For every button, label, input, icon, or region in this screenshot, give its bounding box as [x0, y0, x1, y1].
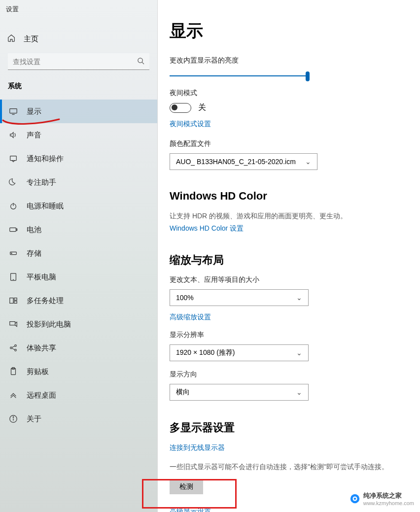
project-icon: [9, 320, 18, 329]
night-mode-settings-link[interactable]: 夜间模式设置: [170, 120, 211, 129]
watermark: 纯净系统之家 www.kzmyhome.com: [350, 491, 414, 506]
clipboard-icon: [9, 367, 18, 376]
watermark-title: 纯净系统之家: [363, 491, 414, 500]
sidebar-item-display[interactable]: 显示: [0, 100, 157, 123]
remote-icon: [9, 391, 18, 400]
svg-point-29: [353, 498, 356, 500]
multitask-icon: [9, 296, 18, 305]
nav-label: 专注助手: [27, 178, 56, 187]
svg-line-20: [12, 346, 14, 347]
watermark-url: www.kzmyhome.com: [363, 500, 414, 506]
advanced-scale-link[interactable]: 高级缩放设置: [170, 313, 211, 322]
svg-rect-8: [16, 229, 17, 231]
scale-label: 更改文本、应用等项目的大小: [170, 275, 405, 284]
home-icon: [7, 34, 16, 44]
resolution-label: 显示分辨率: [170, 331, 405, 340]
sidebar-item-storage[interactable]: 存储: [0, 241, 157, 265]
nav-label: 多任务处理: [27, 296, 64, 306]
storage-icon: [9, 249, 18, 258]
detect-button[interactable]: 检测: [170, 479, 203, 494]
scale-title: 缩放与布局: [170, 253, 405, 268]
sidebar-item-remote[interactable]: 远程桌面: [0, 383, 157, 407]
multi-display-desc: 一些旧式显示器可能不会进行自动连接，选择"检测"即可尝试手动连接。: [170, 461, 405, 472]
chevron-down-icon: ⌄: [296, 349, 302, 357]
svg-rect-7: [10, 228, 16, 231]
sidebar-section: 系统: [0, 70, 157, 95]
slider-thumb[interactable]: [306, 71, 310, 81]
svg-rect-2: [10, 109, 17, 113]
svg-rect-13: [10, 298, 13, 304]
sidebar-item-focus[interactable]: 专注助手: [0, 171, 157, 194]
brightness-slider[interactable]: [170, 70, 310, 82]
nav-label: 电池: [27, 225, 41, 235]
night-mode-state: 关: [198, 102, 206, 113]
chevron-down-icon: ⌄: [305, 158, 311, 166]
display-icon: [9, 107, 18, 116]
multi-display-title: 多显示器设置: [170, 420, 405, 435]
tablet-icon: [9, 273, 18, 281]
sidebar-item-clipboard[interactable]: 剪贴板: [0, 360, 157, 383]
sidebar: 设置 主页 系统 显示 声音 通知和操作: [0, 0, 158, 512]
scale-value: 100%: [176, 294, 194, 302]
slider-track: [170, 75, 310, 76]
sidebar-item-battery[interactable]: 电池: [0, 218, 157, 241]
share-icon: [9, 343, 18, 352]
page-title: 显示: [170, 20, 405, 42]
advanced-display-link[interactable]: 高级显示设置: [170, 507, 211, 512]
nav-label: 关于: [27, 414, 41, 424]
night-mode-label: 夜间模式: [170, 89, 405, 98]
hd-color-link[interactable]: Windows HD Color 设置: [170, 224, 244, 233]
sidebar-item-notify[interactable]: 通知和操作: [0, 147, 157, 171]
info-icon: [9, 414, 18, 423]
sidebar-item-multitask[interactable]: 多任务处理: [0, 289, 157, 312]
svg-point-19: [15, 349, 17, 351]
wireless-display-link[interactable]: 连接到无线显示器: [170, 444, 225, 452]
brightness-label: 更改内置显示器的亮度: [170, 56, 405, 65]
notify-icon: [9, 154, 18, 163]
nav-label: 剪贴板: [27, 367, 49, 376]
nav-label: 平板电脑: [27, 273, 56, 282]
orientation-value: 横向: [176, 388, 190, 397]
scale-select[interactable]: 100% ⌄: [170, 289, 309, 306]
sidebar-item-about[interactable]: 关于: [0, 407, 157, 431]
sidebar-item-sound[interactable]: 声音: [0, 123, 157, 147]
nav-label: 远程桌面: [27, 391, 56, 400]
search-icon: [137, 57, 144, 67]
svg-line-1: [142, 62, 144, 64]
svg-line-21: [12, 348, 14, 350]
hd-color-desc: 让支持 HDR 的视频、游戏和应用的画面更明亮、更生动。: [170, 210, 405, 221]
sound-icon: [9, 131, 18, 139]
nav-label: 通知和操作: [27, 154, 64, 164]
nav-label: 显示: [27, 107, 41, 116]
sidebar-item-power[interactable]: 电源和睡眠: [0, 194, 157, 218]
moon-icon: [9, 178, 18, 187]
resolution-value: 1920 × 1080 (推荐): [176, 348, 235, 357]
hd-color-title: Windows HD Color: [170, 190, 405, 203]
window-title: 设置: [0, 0, 157, 14]
sidebar-item-share[interactable]: 体验共享: [0, 336, 157, 360]
svg-rect-16: [10, 322, 15, 325]
svg-rect-15: [14, 301, 17, 304]
orientation-label: 显示方向: [170, 370, 405, 379]
orientation-select[interactable]: 横向 ⌄: [170, 384, 309, 401]
sidebar-item-project[interactable]: 投影到此电脑: [0, 312, 157, 336]
svg-point-0: [138, 58, 142, 63]
sidebar-item-tablet[interactable]: 平板电脑: [0, 265, 157, 289]
search-input[interactable]: [8, 53, 149, 70]
svg-rect-14: [14, 298, 17, 301]
chevron-down-icon: ⌄: [296, 388, 302, 396]
nav-label: 电源和睡眠: [27, 202, 64, 211]
svg-rect-4: [10, 156, 17, 161]
power-icon: [9, 202, 18, 210]
color-profile-value: AUO_ B133HAN05_C_21-05-2020.icm: [176, 158, 296, 166]
night-mode-toggle[interactable]: [170, 103, 191, 113]
svg-point-10: [11, 253, 12, 253]
color-profile-select[interactable]: AUO_ B133HAN05_C_21-05-2020.icm ⌄: [170, 153, 317, 170]
toggle-knob: [172, 104, 177, 110]
main-content: 显示 更改内置显示器的亮度 夜间模式 关 夜间模式设置 颜色配置文件 AUO_ …: [158, 0, 420, 512]
resolution-select[interactable]: 1920 × 1080 (推荐) ⌄: [170, 344, 309, 361]
color-profile-label: 颜色配置文件: [170, 139, 405, 148]
nav-label: 投影到此电脑: [27, 320, 71, 329]
svg-point-26: [13, 417, 13, 417]
sidebar-home[interactable]: 主页: [0, 25, 157, 53]
